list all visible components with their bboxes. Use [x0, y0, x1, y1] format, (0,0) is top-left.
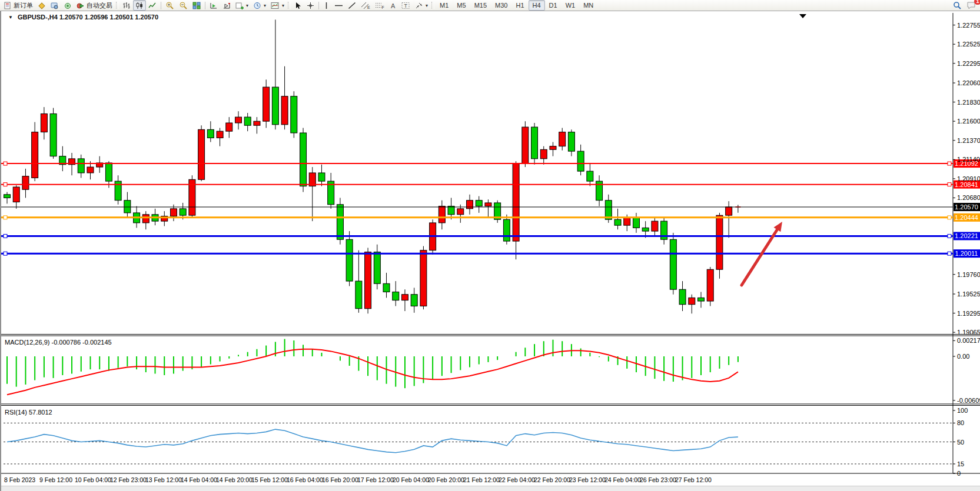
candle-body [531, 127, 538, 159]
timeframe-w1[interactable]: W1 [562, 0, 580, 11]
date-axis-label: 8 Feb 2023 [4, 476, 35, 483]
timeframe-m15[interactable]: M15 [470, 0, 491, 11]
hline-right-marker [948, 252, 951, 255]
timeframe-m1[interactable]: M1 [436, 0, 453, 11]
date-axis-label: 22 Feb 20:00 [534, 476, 570, 483]
candle-body [235, 117, 242, 123]
chart-title: ▼ GBPUSD-,H4 1.20570 1.20596 1.20501 1.2… [8, 14, 158, 21]
candle-body [411, 295, 417, 306]
crosshair-button[interactable] [304, 0, 317, 11]
bar-chart-button[interactable] [120, 0, 133, 11]
candle-body [356, 281, 362, 309]
date-axis-label: 9 Feb 12:00 [39, 476, 72, 483]
rsi-line [7, 429, 738, 453]
candle-body [318, 173, 325, 181]
candle-body [244, 117, 251, 125]
svg-text:F: F [382, 5, 384, 9]
equidistant-channel-button[interactable]: E [358, 0, 373, 11]
toolbar-grip [431, 2, 434, 9]
price-label-text: 1.20570 [955, 203, 978, 211]
date-axis-label: 13 Feb 12:00 [145, 476, 182, 483]
candle-body [170, 209, 177, 216]
navigator-icon [64, 2, 72, 9]
chat-button[interactable]: 1 [964, 0, 978, 11]
axis-tick-label: 1.22525 [957, 41, 980, 48]
axis-tick-label: 1.22755 [957, 22, 980, 29]
text-label-button[interactable]: T [399, 0, 413, 11]
trendline-button[interactable] [346, 0, 358, 11]
chat-badge: 1 [974, 0, 980, 5]
zoom-out-button[interactable] [177, 0, 190, 11]
candle-body [568, 132, 574, 152]
candle-body [383, 283, 390, 292]
timeframe-mn[interactable]: MN [579, 0, 597, 11]
text-button[interactable]: A [387, 0, 399, 11]
candle-body [337, 205, 343, 239]
candlestick-chart-icon [135, 2, 144, 9]
candle-body [346, 239, 353, 281]
candle-body [180, 209, 186, 215]
axis-tick-label: 1.21830 [957, 99, 980, 106]
chart-shift-marker[interactable] [799, 14, 806, 18]
new-order-label: 新订单 [14, 1, 33, 10]
profiles-button[interactable] [35, 0, 48, 11]
new-order-icon [4, 2, 12, 9]
hline-left-marker [4, 252, 7, 255]
rsi-axis-label: 15 [957, 460, 964, 467]
date-axis-label: 12 Feb 23:00 [110, 476, 147, 483]
timeframe-h4[interactable]: H4 [529, 0, 545, 11]
candlestick-chart-button[interactable] [133, 0, 146, 11]
chart-shift-button[interactable] [207, 0, 220, 11]
timeframe-m5[interactable]: M5 [453, 0, 470, 11]
axis-tick-label: 1.20910 [957, 175, 980, 182]
navigator-button[interactable] [61, 0, 74, 11]
fibonacci-button[interactable]: F [373, 0, 387, 11]
timeframe-d1[interactable]: D1 [545, 0, 562, 11]
search-button[interactable] [951, 0, 964, 11]
chart-window[interactable]: ▼ GBPUSD-,H4 1.20570 1.20596 1.20501 1.2… [0, 11, 980, 491]
trendline-icon [348, 2, 356, 9]
collapse-triangle-icon[interactable]: ▼ [8, 15, 13, 20]
arrow-objects-icon [415, 2, 423, 9]
vertical-line-icon [323, 2, 330, 9]
zoom-in-button[interactable] [163, 0, 177, 11]
macd-signal-line [7, 349, 738, 395]
cursor-button[interactable] [292, 0, 304, 11]
line-chart-button[interactable] [146, 0, 159, 11]
timeframe-h1[interactable]: H1 [511, 0, 528, 11]
vertical-line-button[interactable] [321, 0, 332, 11]
auto-scroll-button[interactable] [220, 0, 233, 11]
templates-icon [271, 2, 280, 9]
date-axis-label: 20 Feb 04:00 [393, 476, 429, 483]
auto-trading-button[interactable]: 自动交易 [74, 0, 115, 11]
chart-canvas[interactable]: 1.210921.208411.205701.204441.202211.200… [1, 11, 980, 491]
date-axis-label: 16 Feb 04:00 [287, 476, 323, 483]
hline-left-marker [4, 216, 7, 219]
periods-button[interactable]: ▾ [251, 0, 268, 11]
line-chart-icon [148, 2, 157, 9]
zoom-in-icon [165, 1, 174, 9]
new-order-button[interactable]: 新订单 [2, 0, 35, 11]
candle-body [281, 96, 288, 125]
candle-body [87, 167, 94, 173]
toolbar-separator [205, 2, 205, 9]
candle-body [577, 151, 584, 171]
date-axis-label: 23 Feb 12:00 [569, 476, 606, 483]
candle-body [448, 206, 454, 215]
horizontal-line-button[interactable] [332, 0, 346, 11]
market-watch-button[interactable] [48, 0, 61, 11]
text-icon: A [389, 2, 397, 9]
bar-chart-icon [122, 2, 131, 9]
timeframe-m30[interactable]: M30 [491, 0, 511, 11]
tile-windows-button[interactable] [190, 0, 203, 11]
date-axis-label: 14 Feb 04:00 [181, 476, 217, 483]
macd-axis-label: -0.006094 [957, 397, 980, 404]
chart-shift-icon [210, 2, 218, 9]
date-axis-label: 27 Feb 12:00 [675, 476, 712, 483]
annotation-arrow-line[interactable] [742, 229, 777, 285]
candle-body [291, 96, 297, 133]
auto-trading-label: 自动交易 [87, 1, 112, 10]
templates-button[interactable]: ▾ [268, 0, 287, 11]
arrows-button[interactable]: ▾ [413, 0, 430, 11]
indicators-button[interactable]: ▾ [233, 0, 251, 11]
